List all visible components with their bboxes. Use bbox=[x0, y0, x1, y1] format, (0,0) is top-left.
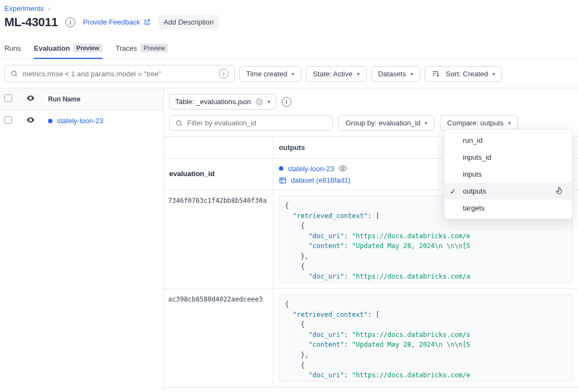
run-checkbox[interactable] bbox=[4, 116, 12, 124]
breadcrumb-experiments[interactable]: Experiments bbox=[4, 4, 44, 13]
tab-runs[interactable]: Runs bbox=[4, 38, 21, 59]
compare-menu: run_idinputs_idinputs✓outputstargets bbox=[444, 129, 573, 219]
compare-option-label: inputs bbox=[463, 170, 482, 178]
chevron-down-icon: ▾ bbox=[425, 120, 427, 126]
compare-option-targets[interactable]: targets bbox=[444, 200, 572, 216]
info-icon[interactable]: i bbox=[65, 17, 75, 27]
add-description-button[interactable]: Add Description bbox=[158, 15, 219, 29]
run-link[interactable]: stately-loon-23 bbox=[288, 165, 334, 173]
evaluation-id-header: evaluation_id bbox=[164, 159, 273, 190]
split-pane: Run Name stately-loon-23 Table: _evaluat… bbox=[0, 88, 578, 392]
compare-option-label: inputs_id bbox=[463, 153, 491, 161]
state-dropdown[interactable]: State: Active ▾ bbox=[306, 66, 366, 82]
tab-runs-label: Runs bbox=[4, 44, 21, 52]
eval-toolbar-1: Table: _evaluations.json ✕ ▾ i bbox=[164, 88, 578, 115]
filter-box[interactable] bbox=[169, 115, 333, 131]
compare-option-outputs[interactable]: ✓outputs bbox=[444, 183, 572, 200]
filter-input[interactable] bbox=[187, 119, 327, 127]
search-input[interactable] bbox=[22, 70, 214, 78]
tab-traces[interactable]: Traces Preview bbox=[116, 38, 168, 59]
sort-label: Sort: Created bbox=[446, 70, 488, 78]
state-label: State: Active bbox=[313, 70, 352, 78]
tabs: Runs Evaluation Preview Traces Preview bbox=[0, 38, 578, 59]
time-created-dropdown[interactable]: Time created ▾ bbox=[239, 66, 301, 82]
run-row[interactable]: stately-loon-23 bbox=[0, 110, 163, 131]
chevron-down-icon: ▾ bbox=[357, 71, 360, 77]
svg-rect-3 bbox=[280, 178, 286, 183]
compare-option-label: targets bbox=[463, 204, 485, 212]
svg-point-2 bbox=[342, 167, 344, 170]
sort-icon bbox=[432, 70, 439, 77]
select-all-checkbox[interactable] bbox=[4, 94, 12, 102]
chevron-down-icon: ▾ bbox=[508, 120, 511, 126]
evaluation-id-cell[interactable]: ac398cb8580d4022aedceee3 bbox=[164, 289, 273, 387]
eye-icon[interactable] bbox=[338, 164, 347, 173]
group-by-dropdown[interactable]: Group by: evaluation_id ▾ bbox=[338, 115, 434, 131]
check-icon: ✓ bbox=[450, 187, 456, 196]
dataset-link[interactable]: dataset (e816fad1) bbox=[291, 176, 350, 184]
compare-option-inputs_id[interactable]: inputs_id bbox=[444, 149, 572, 166]
eval-row: ac398cb8580d4022aedceee3{ "retrieved_con… bbox=[164, 289, 578, 388]
search-icon bbox=[10, 70, 18, 77]
compare-label: Compare: outputs bbox=[447, 119, 503, 127]
cursor-icon bbox=[556, 186, 564, 196]
search-icon bbox=[175, 119, 183, 127]
compare-option-run_id[interactable]: run_id bbox=[444, 132, 572, 149]
datasets-dropdown[interactable]: Datasets ▾ bbox=[371, 66, 420, 82]
page-title: ML-43011 bbox=[4, 15, 58, 29]
external-link-icon bbox=[144, 19, 151, 26]
run-name-header: Run Name bbox=[48, 95, 159, 103]
svg-point-1 bbox=[176, 120, 181, 125]
visibility-toggle-icon[interactable] bbox=[26, 116, 48, 126]
run-name-label: stately-loon-23 bbox=[57, 117, 103, 125]
chevron-down-icon: ▾ bbox=[492, 71, 495, 77]
datasets-label: Datasets bbox=[378, 70, 406, 78]
chevron-right-icon: › bbox=[48, 4, 50, 13]
tab-traces-label: Traces bbox=[116, 44, 137, 52]
table-label: Table: _evaluations.json bbox=[175, 98, 251, 106]
json-preview[interactable]: { "retrieved_context": [ { "doc_uri": "h… bbox=[279, 294, 573, 382]
compare-option-inputs[interactable]: inputs bbox=[444, 166, 572, 183]
clear-table-icon[interactable]: ✕ bbox=[255, 98, 263, 106]
provide-feedback-label: Provide Feedback bbox=[83, 18, 140, 26]
evaluation-id-cell[interactable]: 7346f0763c1f42bb8b540f30a bbox=[164, 190, 273, 288]
provide-feedback-link[interactable]: Provide Feedback bbox=[83, 18, 151, 26]
sort-dropdown[interactable]: Sort: Created ▾ bbox=[425, 66, 502, 82]
visibility-header-icon[interactable] bbox=[26, 94, 48, 104]
toolbar: i Time created ▾ State: Active ▾ Dataset… bbox=[0, 59, 578, 88]
group-by-label: Group by: evaluation_id bbox=[345, 119, 420, 127]
compare-option-label: run_id bbox=[463, 136, 482, 144]
outputs-cell: { "retrieved_context": [ { "doc_uri": "h… bbox=[273, 289, 578, 387]
svg-point-0 bbox=[11, 71, 16, 75]
compare-dropdown[interactable]: Compare: outputs ▾ bbox=[440, 115, 517, 131]
breadcrumb: Experiments › bbox=[0, 0, 578, 15]
tab-evaluation-label: Evaluation bbox=[34, 44, 70, 52]
dataset-icon bbox=[279, 177, 287, 184]
tab-evaluation[interactable]: Evaluation Preview bbox=[34, 38, 102, 59]
preview-badge: Preview bbox=[140, 44, 168, 52]
evaluation-pane: Table: _evaluations.json ✕ ▾ i Group by:… bbox=[164, 88, 578, 392]
preview-badge: Preview bbox=[73, 44, 103, 52]
run-link[interactable]: stately-loon-23 bbox=[48, 117, 159, 125]
info-icon[interactable]: i bbox=[219, 69, 229, 79]
runs-pane: Run Name stately-loon-23 bbox=[0, 88, 164, 392]
status-dot-icon bbox=[279, 166, 283, 171]
chevron-down-icon: ▾ bbox=[410, 71, 413, 77]
compare-option-label: outputs bbox=[463, 187, 486, 195]
table-selector[interactable]: Table: _evaluations.json ✕ ▾ bbox=[169, 94, 276, 110]
chevron-down-icon: ▾ bbox=[291, 71, 294, 77]
title-row: ML-43011 i Provide Feedback Add Descript… bbox=[0, 15, 578, 35]
runs-header: Run Name bbox=[0, 88, 163, 110]
info-icon[interactable]: i bbox=[282, 97, 291, 107]
time-created-label: Time created bbox=[246, 70, 287, 78]
search-box[interactable]: i bbox=[4, 65, 235, 82]
chevron-down-icon: ▾ bbox=[267, 99, 270, 105]
status-dot-icon bbox=[48, 119, 52, 123]
